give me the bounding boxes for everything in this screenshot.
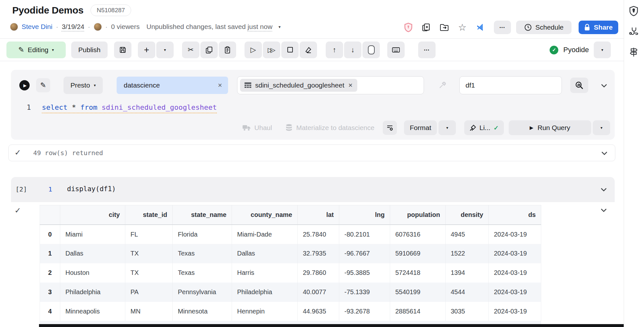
toolbar-more-button[interactable]: ••• — [418, 42, 436, 58]
table-cell: FL — [125, 225, 173, 244]
publish-button[interactable]: Publish — [71, 42, 108, 58]
collapse-cell-chevron[interactable] — [600, 81, 608, 90]
magnifier-chart-icon — [575, 81, 583, 89]
save-status-caret-icon[interactable]: ▾ — [279, 24, 281, 29]
play-icon: ▶ — [530, 125, 533, 131]
save-button[interactable] — [114, 42, 131, 58]
format-label: Format — [410, 124, 431, 132]
run-cell-button[interactable]: ▷ — [245, 42, 262, 58]
vscode-app-icon[interactable] — [476, 23, 485, 32]
format-button[interactable]: Format — [404, 120, 437, 135]
table-cell: Miami-Dade — [232, 225, 298, 244]
right-sidebar-rail — [624, 0, 644, 327]
table-cell: 4544 — [446, 283, 489, 302]
table-cell: Dallas — [232, 244, 298, 263]
share-label: Share — [594, 23, 612, 31]
table-cell: 3035 — [446, 302, 489, 321]
move-to-folder-icon[interactable] — [440, 23, 449, 32]
table-search-input[interactable]: sdini_scheduled_googlesheet ✕ — [237, 76, 424, 94]
execution-count: [2] — [15, 185, 27, 193]
signpost-icon[interactable] — [629, 47, 639, 57]
diagnostics-stethoscope-icon[interactable] — [629, 26, 639, 37]
project-id-badge[interactable]: N5108287 — [91, 5, 131, 16]
column-header: density — [446, 205, 489, 225]
table-cell: 32.7935 — [298, 244, 339, 263]
success-check-icon: ✓ — [14, 148, 21, 157]
stop-button[interactable] — [281, 42, 299, 58]
keyboard-icon — [392, 46, 400, 54]
move-cell-up-button[interactable]: ↑ — [326, 42, 343, 58]
table-cell: Pennsylvania — [173, 283, 232, 302]
security-shield-icon[interactable] — [629, 6, 639, 16]
header-actions: ☆ ••• Schedule Share — [404, 20, 618, 35]
schedule-button[interactable]: Schedule — [516, 21, 572, 34]
app-review-shield-icon[interactable] — [404, 23, 413, 32]
last-edited-date[interactable]: 3/19/24 — [62, 23, 84, 31]
sql-cell: ▶ ✎ Presto ▾ datascience ✕ sdini_schedul… — [11, 70, 615, 140]
sql-editor[interactable]: 1 select * from sdini_scheduled_googlesh… — [11, 103, 615, 113]
table-cell: 25.7840 — [298, 225, 339, 244]
keyboard-shortcuts-button[interactable] — [387, 42, 405, 58]
table-chip[interactable]: sdini_scheduled_googlesheet ✕ — [240, 79, 357, 92]
run-query-button[interactable]: ▶ Run Query — [509, 120, 591, 135]
paste-button[interactable] — [219, 42, 236, 58]
query-preview-button[interactable] — [570, 78, 588, 93]
row-index-cell: 2 — [40, 263, 60, 283]
dot-separator: · — [105, 23, 108, 31]
focus-cell-button[interactable] — [362, 42, 380, 58]
cut-button[interactable]: ✂ — [182, 42, 199, 58]
table-cell: Texas — [173, 263, 232, 283]
close-icon[interactable]: ✕ — [218, 82, 222, 89]
sql-keyword: from — [80, 103, 97, 111]
run-query-caret-button[interactable]: ▾ — [593, 120, 610, 135]
python-cell[interactable]: [2] 1 display(df1) — [11, 177, 615, 202]
share-button[interactable]: Share — [579, 21, 618, 34]
header-more-button[interactable]: ••• — [494, 21, 511, 34]
eyedropper-icon[interactable] — [438, 81, 447, 89]
copy-button[interactable] — [200, 42, 218, 58]
lint-button[interactable]: Li... ✓ — [464, 120, 504, 135]
favorite-star-icon[interactable]: ☆ — [458, 23, 467, 32]
move-cell-down-button[interactable]: ↓ — [344, 42, 361, 58]
arrow-down-icon: ↓ — [351, 46, 355, 54]
query-settings-button[interactable] — [383, 121, 397, 135]
expand-result-chevron[interactable] — [600, 149, 609, 157]
column-header: state_id — [125, 205, 173, 225]
add-cell-button[interactable]: + — [138, 42, 155, 58]
publish-label: Publish — [78, 46, 101, 54]
duplicate-add-icon[interactable] — [422, 23, 431, 32]
python-code[interactable]: display(df1) — [67, 185, 116, 193]
dataframe-table[interactable]: citystate_idstate_namecounty_namelatlngp… — [40, 205, 541, 321]
collapse-cell-chevron[interactable] — [600, 185, 608, 194]
run-sql-cell-button[interactable]: ▶ — [19, 80, 30, 90]
pencil-icon: ✎ — [18, 46, 24, 54]
save-status[interactable]: Unpublished changes, last saved just now — [147, 23, 273, 31]
table-row: 4MinneapolisMNMinnesotaHennepin44.9635-9… — [40, 302, 541, 321]
result-variable-input[interactable]: df1 — [459, 76, 562, 94]
table-cell: 44.9635 — [298, 302, 339, 321]
source-chip[interactable]: datascience ✕ — [117, 77, 228, 94]
editing-mode-button[interactable]: ✎ Editing ▾ — [6, 42, 66, 58]
table-cell: TX — [125, 244, 173, 263]
collapse-output-chevron[interactable] — [600, 206, 608, 214]
run-query-label: Run Query — [538, 124, 571, 132]
row-index-cell: 3 — [40, 283, 60, 302]
edit-cell-button[interactable]: ✎ — [36, 78, 50, 92]
viewer-avatar[interactable] — [94, 23, 102, 31]
kernel-caret-button[interactable]: ▾ — [594, 42, 611, 58]
notebook-toolbar: ✎ Editing ▾ Publish + ▾ ✂ ▷ ▷▷ ↑ ↓ ••• — [0, 39, 624, 61]
author-avatar[interactable] — [10, 23, 18, 31]
run-all-button[interactable]: ▷▷ — [263, 42, 280, 58]
format-caret-button[interactable]: ▾ — [438, 120, 456, 135]
table-cell: -96.7667 — [339, 244, 390, 263]
dataframe-output: citystate_idstate_namecounty_namelatlngp… — [40, 205, 541, 321]
author-link[interactable]: Steve Dini — [22, 23, 53, 31]
close-icon[interactable]: ✕ — [348, 82, 353, 89]
lint-ok-icon: ✓ — [494, 124, 499, 132]
clear-outputs-button[interactable] — [300, 42, 317, 58]
source-chip-label: datascience — [124, 81, 160, 89]
sql-keyword: select — [42, 103, 67, 111]
table-cell: -93.2678 — [339, 302, 390, 321]
engine-select[interactable]: Presto ▾ — [63, 77, 103, 94]
add-cell-caret-button[interactable]: ▾ — [156, 42, 174, 58]
